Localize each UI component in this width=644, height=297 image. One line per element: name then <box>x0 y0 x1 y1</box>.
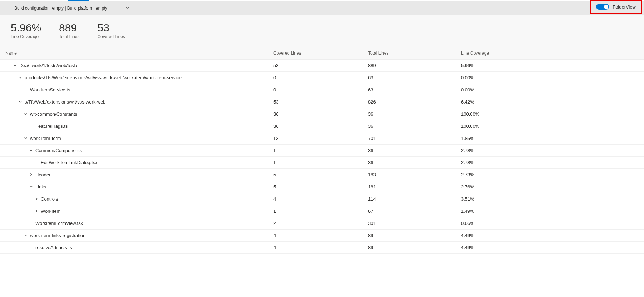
line-coverage-cell: 4.49% <box>461 245 639 250</box>
row-name: WorkItem <box>41 208 60 214</box>
row-name: D:/a/_work/1/tests/web/tesla <box>19 63 78 68</box>
covered-lines-cell: 1 <box>273 148 368 153</box>
table-row[interactable]: resolveArtifacts.ts4894.49% <box>0 242 644 254</box>
line-coverage-cell: 6.42% <box>461 99 639 105</box>
line-coverage-cell: 2.78% <box>461 160 639 165</box>
col-header-name[interactable]: Name <box>5 51 273 56</box>
covered-lines-cell: 4 <box>273 196 368 202</box>
row-name: Controls <box>41 196 58 202</box>
total-lines-cell: 36 <box>368 111 461 117</box>
line-coverage-cell: 100.00% <box>461 124 639 129</box>
total-lines-cell: 36 <box>368 148 461 153</box>
toggle-knob <box>604 5 608 9</box>
row-name: work-item-links-registration <box>30 233 85 238</box>
table-row[interactable]: WorkItemFormView.tsx23010.66% <box>0 217 644 230</box>
build-config-bar[interactable]: Build configuration: empty | Build platf… <box>0 1 644 15</box>
line-coverage-cell: 0.00% <box>461 87 639 92</box>
chevron-down-icon[interactable] <box>29 148 33 153</box>
row-name: Common/Components <box>35 148 82 153</box>
covered-lines-cell: 5 <box>273 172 368 177</box>
line-coverage-cell: 4.49% <box>461 233 639 238</box>
table-row[interactable]: Controls41143.51% <box>0 193 644 205</box>
name-cell: work-item-links-registration <box>5 233 273 238</box>
chevron-down-icon[interactable] <box>29 185 33 189</box>
table-row[interactable]: wit-common/Constants3636100.00% <box>0 108 644 120</box>
chevron-down-icon[interactable] <box>13 64 17 68</box>
table-row[interactable]: Header51832.73% <box>0 169 644 181</box>
folder-view-toggle[interactable] <box>596 4 609 10</box>
metric-value: 5.96% <box>11 22 41 34</box>
line-coverage-cell: 2.76% <box>461 184 639 190</box>
name-cell: WorkItemService.ts <box>5 87 273 92</box>
name-cell: Controls <box>5 196 273 202</box>
name-cell: resolveArtifacts.ts <box>5 245 273 250</box>
chevron-right-icon[interactable] <box>29 173 33 177</box>
name-cell: D:/a/_work/1/tests/web/tesla <box>5 63 273 68</box>
folder-view-label: FolderView <box>613 4 636 10</box>
chevron-right-icon[interactable] <box>34 209 39 213</box>
chevron-down-icon[interactable] <box>24 136 28 141</box>
metric-line-coverage: 5.96% Line Coverage <box>11 22 41 39</box>
table-row[interactable]: D:/a/_work/1/tests/web/tesla538895.96% <box>0 60 644 72</box>
covered-lines-cell: 4 <box>273 245 368 250</box>
table-row[interactable]: product/s/Tfs/Web/extensions/wit/vss-wor… <box>0 72 644 84</box>
covered-lines-cell: 5 <box>273 184 368 190</box>
col-header-total[interactable]: Total Lines <box>368 51 461 56</box>
total-lines-cell: 89 <box>368 233 461 238</box>
total-lines-cell: 701 <box>368 136 461 141</box>
table-row[interactable]: work-item-links-registration4894.49% <box>0 230 644 242</box>
name-cell: Links <box>5 184 273 190</box>
covered-lines-cell: 0 <box>273 87 368 92</box>
covered-lines-cell: 1 <box>273 160 368 165</box>
line-coverage-cell: 0.66% <box>461 221 639 226</box>
total-lines-cell: 114 <box>368 196 461 202</box>
row-name: Header <box>35 172 51 177</box>
chevron-right-icon[interactable] <box>34 197 39 201</box>
metric-total-lines: 889 Total Lines <box>59 22 79 39</box>
total-lines-cell: 826 <box>368 99 461 105</box>
row-name: work-item-form <box>30 136 61 141</box>
row-name: EditWorkItemLinkDialog.tsx <box>41 160 98 165</box>
name-cell: wit-common/Constants <box>5 111 273 117</box>
chevron-down-icon[interactable] <box>24 233 28 238</box>
chevron-down-icon[interactable] <box>18 100 23 104</box>
name-cell: Common/Components <box>5 148 273 153</box>
metric-value: 889 <box>59 22 79 34</box>
table-row[interactable]: work-item-form137011.85% <box>0 132 644 145</box>
row-name: FeatureFlags.ts <box>35 124 68 129</box>
table-row[interactable]: WorkItem1671.49% <box>0 205 644 217</box>
name-cell: s/Tfs/Web/extensions/wit/vss-work-web <box>5 99 273 105</box>
name-cell: WorkItem <box>5 208 273 214</box>
row-name: WorkItemService.ts <box>30 87 70 92</box>
chevron-down-icon[interactable] <box>24 112 28 116</box>
col-header-covered[interactable]: Covered Lines <box>273 51 368 56</box>
table-row[interactable]: EditWorkItemLinkDialog.tsx1362.78% <box>0 157 644 169</box>
table-row[interactable]: FeatureFlags.ts3636100.00% <box>0 120 644 132</box>
col-header-coverage[interactable]: Line Coverage <box>461 51 639 56</box>
line-coverage-cell: 2.73% <box>461 172 639 177</box>
total-lines-cell: 63 <box>368 87 461 92</box>
coverage-metrics: 5.96% Line Coverage 889 Total Lines 53 C… <box>0 15 644 47</box>
line-coverage-cell: 1.85% <box>461 136 639 141</box>
covered-lines-cell: 1 <box>273 208 368 214</box>
total-lines-cell: 63 <box>368 75 461 80</box>
metric-label: Total Lines <box>59 34 79 39</box>
total-lines-cell: 36 <box>368 160 461 165</box>
table-row[interactable]: Common/Components1362.78% <box>0 145 644 157</box>
table-row[interactable]: WorkItemService.ts0630.00% <box>0 84 644 96</box>
row-name: s/Tfs/Web/extensions/wit/vss-work-web <box>25 99 106 105</box>
total-lines-cell: 36 <box>368 124 461 129</box>
chevron-down-icon[interactable] <box>18 76 23 80</box>
coverage-table-body: D:/a/_work/1/tests/web/tesla538895.96%pr… <box>0 60 644 254</box>
table-row[interactable]: Links51812.76% <box>0 181 644 193</box>
name-cell: FeatureFlags.ts <box>5 124 273 129</box>
row-name: product/s/Tfs/Web/extensions/wit/vss-wor… <box>25 75 182 80</box>
name-cell: work-item-form <box>5 136 273 141</box>
table-row[interactable]: s/Tfs/Web/extensions/wit/vss-work-web538… <box>0 96 644 108</box>
metric-value: 53 <box>97 22 125 34</box>
covered-lines-cell: 36 <box>273 124 368 129</box>
row-name: resolveArtifacts.ts <box>35 245 72 250</box>
row-name: wit-common/Constants <box>30 111 77 117</box>
folder-view-toggle-highlight: FolderView <box>590 0 642 14</box>
name-cell: WorkItemFormView.tsx <box>5 221 273 226</box>
